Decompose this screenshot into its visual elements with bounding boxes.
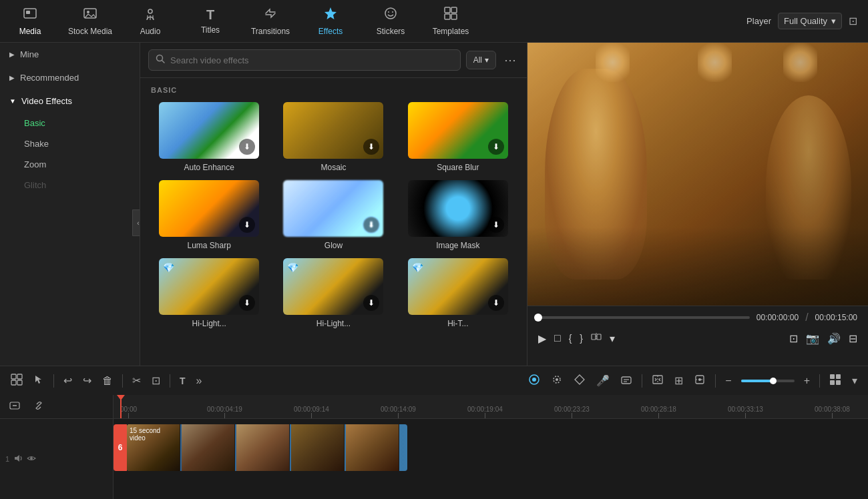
screenshot-button[interactable]: 📷	[806, 332, 819, 345]
playhead[interactable]	[120, 395, 122, 418]
nav-item-audio[interactable]: Audio	[120, 0, 180, 43]
effect-thumb-square-blur: ⬇	[408, 102, 508, 159]
nav-item-transitions[interactable]: Transitions	[240, 0, 300, 43]
effect-highlight-1[interactable]: 💎 ⬇ Hi-Light...	[151, 258, 267, 328]
quality-dropdown[interactable]: Full Quality ▾	[778, 13, 842, 29]
scene-detect-button[interactable]	[648, 371, 668, 391]
more-tools-button[interactable]: »	[192, 372, 206, 390]
more-options-button[interactable]: ⋯	[501, 50, 519, 70]
sidebar-item-video-effects[interactable]: ▼ Video Effects	[0, 89, 140, 113]
auto-caption-button[interactable]	[616, 371, 636, 391]
sidebar-sub-shake[interactable]: Shake	[0, 133, 140, 154]
effect-name-square-blur: Square Blur	[437, 163, 479, 172]
nav-item-stock-media[interactable]: Stock Media	[60, 0, 120, 43]
zoom-slider[interactable]	[741, 380, 795, 382]
zoom-thumb[interactable]	[770, 378, 777, 384]
volume-button[interactable]: 🔊	[827, 332, 841, 345]
video-preview	[527, 43, 868, 306]
progress-bar-area: 00:00:00:00 / 00:00:15:00	[527, 306, 868, 329]
basic-label: Basic	[24, 118, 45, 128]
video-clip[interactable]: 15 second video	[127, 424, 407, 471]
ruler-time-2: 00:00:09:14	[294, 406, 329, 413]
search-input[interactable]	[170, 55, 453, 65]
titles-icon: T	[206, 7, 214, 23]
zoom-out-button[interactable]: −	[721, 372, 735, 390]
premium-badge-1: 💎	[163, 262, 174, 273]
sidebar-item-mine[interactable]: ▶ Mine	[0, 43, 140, 66]
settings-button[interactable]: ⊟	[849, 332, 857, 345]
mask-button[interactable]	[570, 371, 590, 391]
clip-frame-2	[182, 424, 235, 471]
effects-scroll-area[interactable]: BASIC ⬇ Auto Enhance ⬇ Mosaic	[140, 78, 527, 366]
download-icon-h1: ⬇	[239, 295, 255, 311]
effect-square-blur[interactable]: ⬇ Square Blur	[400, 102, 516, 172]
ruler-marks: 00:00 00:00:04:19 00:00:09:14 00:00:14:0…	[120, 395, 861, 418]
more-timeline-button[interactable]: ▾	[848, 372, 861, 390]
sidebar-collapse-button[interactable]: ‹	[132, 209, 140, 236]
nav-item-templates[interactable]: Templates	[421, 0, 481, 43]
effect-auto-enhance[interactable]: ⬇ Auto Enhance	[151, 102, 267, 172]
stop-button[interactable]: □	[554, 332, 561, 344]
chevron-right-icon: ▶	[9, 51, 15, 58]
toolbar-separator-6	[819, 374, 820, 388]
progress-thumb[interactable]	[534, 314, 542, 322]
ruler-mark-2: 00:00:09:14	[294, 406, 329, 418]
cursor-tool-button[interactable]	[29, 372, 48, 390]
nav-item-titles[interactable]: T Titles	[180, 0, 240, 43]
clip-frame-4	[291, 424, 345, 471]
progress-track[interactable]	[538, 316, 750, 319]
ruler-mark-1: 00:00:04:19	[207, 406, 242, 418]
effect-luma-sharp[interactable]: ⬇ Luma Sharp	[151, 180, 267, 250]
keyframe-button[interactable]	[547, 371, 567, 391]
zoom-in-button[interactable]: +	[800, 372, 814, 390]
undo-button[interactable]: ↩	[59, 372, 76, 390]
play-button[interactable]: ▶	[538, 332, 546, 345]
effect-highlight-2[interactable]: 💎 ⬇ Hi-Light...	[275, 258, 391, 328]
link-button[interactable]	[29, 398, 48, 416]
ruler-time-7: 00:00:33:13	[728, 406, 763, 413]
ripple-edit-button[interactable]	[524, 371, 544, 391]
zoom-track[interactable]	[741, 380, 795, 382]
mark-out-button[interactable]: }	[580, 333, 583, 344]
svg-point-3	[87, 11, 89, 13]
filter-dropdown[interactable]: All ▾	[466, 51, 496, 69]
fullscreen-button[interactable]: ⊡	[789, 332, 798, 345]
redo-button[interactable]: ↪	[79, 372, 95, 390]
effect-mosaic[interactable]: ⬇ Mosaic	[275, 102, 391, 172]
nav-item-stickers[interactable]: Stickers	[361, 0, 421, 43]
multi-select-button[interactable]	[7, 371, 27, 391]
search-box[interactable]	[148, 49, 461, 71]
add-track-button[interactable]	[5, 398, 24, 416]
pip-button[interactable]: ⊞	[670, 372, 687, 390]
nav-media-label: Media	[19, 27, 41, 36]
sidebar-item-recommended[interactable]: ▶ Recommended	[0, 66, 140, 89]
cut-button[interactable]: ✂	[128, 372, 145, 390]
effect-highlight-3[interactable]: 💎 ⬇ Hi-T...	[400, 258, 516, 328]
grid-view-button[interactable]	[825, 371, 845, 391]
track-number-icon: 1	[5, 455, 9, 463]
effect-glow[interactable]: ⬇ Glow	[275, 180, 391, 250]
svg-point-8	[392, 11, 393, 13]
sidebar-sub-basic[interactable]: Basic	[0, 113, 140, 133]
effect-name-glow: Glow	[324, 241, 343, 250]
sidebar-sub-zoom[interactable]: Zoom	[0, 154, 140, 175]
voiceover-button[interactable]: 🎤	[592, 372, 614, 390]
nav-item-effects[interactable]: Effects	[300, 0, 361, 43]
svg-point-6	[385, 8, 396, 19]
transitions-icon	[263, 6, 278, 24]
text-button[interactable]: T	[176, 373, 190, 389]
nav-item-media[interactable]: Media	[0, 0, 60, 43]
toolbar-separator-1	[53, 374, 54, 388]
clip-frame-3	[236, 424, 290, 471]
toolbar-separator-2	[122, 374, 123, 388]
crop-button[interactable]: ⊡	[148, 372, 164, 390]
mark-in-button[interactable]: {	[569, 333, 572, 344]
maximize-icon[interactable]: ⊡	[849, 15, 857, 27]
ruler-mark-5: 00:00:23:23	[554, 406, 590, 418]
delete-button[interactable]: 🗑	[98, 372, 117, 390]
layout-dropdown-button[interactable]: ▾	[610, 332, 615, 345]
stabilize-button[interactable]	[690, 371, 710, 391]
split-button[interactable]	[591, 332, 602, 345]
effect-image-mask[interactable]: ⬇ Image Mask	[400, 180, 516, 250]
clip-frames: 15 second video	[127, 424, 399, 471]
